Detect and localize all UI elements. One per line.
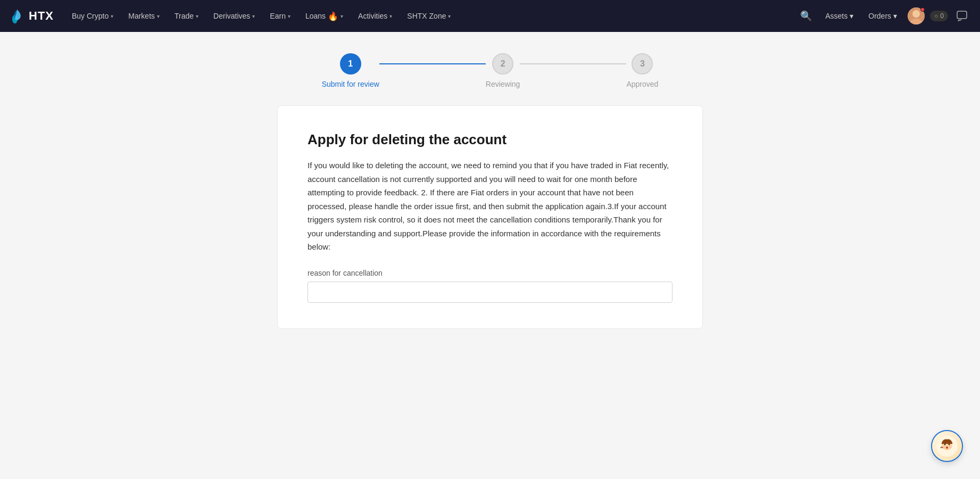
fire-icon: 🔥: [328, 11, 338, 21]
step-3-circle: 3: [632, 53, 653, 75]
nav-markets-chevron: ▾: [157, 13, 160, 19]
nav-derivatives-label: Derivatives: [213, 12, 250, 20]
orders-button[interactable]: Orders ▾: [863, 6, 902, 26]
nav-earn-label: Earn: [270, 12, 286, 20]
nav-activities[interactable]: Activities ▾: [351, 0, 400, 32]
nav-trade[interactable]: Trade ▾: [167, 0, 206, 32]
logo[interactable]: HTX: [9, 7, 54, 24]
nav-activities-label: Activities: [358, 12, 387, 20]
nav-earn-chevron: ▾: [288, 13, 290, 19]
toggle-icon: ○: [934, 12, 938, 20]
step-1-circle: 1: [340, 53, 361, 75]
support-chat-bubble[interactable]: [931, 430, 963, 462]
chat-button[interactable]: [952, 6, 971, 26]
nav-buy-crypto[interactable]: Buy Crypto ▾: [64, 0, 121, 32]
step-3-number: 3: [640, 59, 645, 69]
stepper: 1 Submit for review 2 Reviewing 3 Approv…: [304, 53, 676, 88]
nav-items: Buy Crypto ▾ Markets ▾ Trade ▾ Derivativ…: [64, 0, 796, 32]
svg-rect-4: [957, 11, 967, 19]
assets-chevron: ▾: [850, 12, 853, 20]
step-2-circle: 2: [492, 53, 513, 75]
notification-dot: [920, 7, 925, 12]
support-bubble-avatar: [932, 431, 962, 461]
support-avatar-icon: [936, 435, 958, 457]
step-1-group: 1 Submit for review: [322, 53, 379, 88]
avatar-button[interactable]: [907, 6, 926, 26]
nav-shtx-zone-chevron: ▾: [448, 13, 451, 19]
card-title: Apply for deleting the account: [308, 131, 672, 148]
orders-label: Orders: [868, 12, 891, 20]
step-2-label: Reviewing: [486, 80, 520, 88]
logo-icon: [9, 7, 26, 24]
logo-text: HTX: [29, 9, 54, 23]
nav-loans-label: Loans: [305, 12, 326, 20]
step-3-label: Approved: [626, 80, 658, 88]
assets-label: Assets: [825, 12, 848, 20]
step-1-label: Submit for review: [322, 80, 379, 88]
nav-derivatives-chevron: ▾: [252, 13, 255, 19]
nav-shtx-zone[interactable]: SHTX Zone ▾: [400, 0, 458, 32]
search-button[interactable]: 🔍: [796, 6, 816, 26]
assets-button[interactable]: Assets ▾: [820, 6, 859, 26]
nav-earn[interactable]: Earn ▾: [262, 0, 298, 32]
nav-activities-chevron: ▾: [389, 13, 392, 19]
nav-shtx-zone-label: SHTX Zone: [407, 12, 446, 20]
theme-toggle[interactable]: ○ 0: [930, 11, 948, 21]
cancellation-reason-label: reason for cancellation: [308, 269, 672, 277]
nav-loans[interactable]: Loans 🔥 ▾: [298, 0, 351, 32]
orders-chevron: ▾: [893, 12, 897, 20]
step-1-number: 1: [348, 59, 353, 69]
svg-point-2: [912, 10, 920, 18]
nav-right: 🔍 Assets ▾ Orders ▾ ○ 0: [796, 6, 971, 26]
search-icon: 🔍: [800, 10, 812, 22]
navbar: HTX Buy Crypto ▾ Markets ▾ Trade ▾ Deriv…: [0, 0, 980, 32]
account-deletion-card: Apply for deleting the account If you wo…: [277, 105, 703, 329]
nav-buy-crypto-label: Buy Crypto: [72, 12, 109, 20]
nav-buy-crypto-chevron: ▾: [111, 13, 113, 19]
nav-derivatives[interactable]: Derivatives ▾: [206, 0, 262, 32]
step-2-number: 2: [501, 59, 505, 69]
nav-markets[interactable]: Markets ▾: [121, 0, 167, 32]
nav-markets-label: Markets: [128, 12, 155, 20]
card-body: If you would like to deleting the accoun…: [308, 159, 672, 254]
step-2-group: 2 Reviewing: [486, 53, 520, 88]
connector-1-2: [379, 63, 486, 64]
main-content: 1 Submit for review 2 Reviewing 3 Approv…: [0, 32, 980, 479]
toggle-value: 0: [940, 12, 944, 20]
nav-trade-label: Trade: [175, 12, 194, 20]
connector-2-3: [520, 63, 626, 64]
nav-trade-chevron: ▾: [196, 13, 198, 19]
svg-point-11: [949, 446, 952, 449]
cancellation-reason-input[interactable]: [308, 282, 672, 303]
step-3-group: 3 Approved: [626, 53, 658, 88]
svg-point-9: [946, 447, 948, 449]
chat-icon: [956, 10, 968, 22]
nav-loans-chevron: ▾: [340, 13, 343, 19]
